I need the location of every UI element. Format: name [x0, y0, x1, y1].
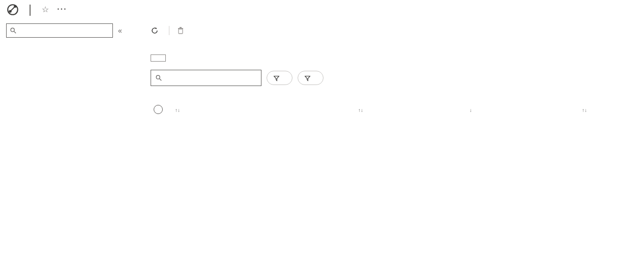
- main-content: ↑↓ ↑↓ ↓ ↑↓: [132, 19, 644, 280]
- command-bar: [151, 23, 638, 42]
- delete-icon: [177, 26, 185, 35]
- title-separator: |: [28, 2, 32, 16]
- collapse-icon[interactable]: «: [118, 26, 122, 35]
- col-device[interactable]: ↑↓: [174, 106, 357, 114]
- favorite-star-icon[interactable]: ☆: [40, 3, 51, 16]
- resource-icon: [6, 3, 20, 17]
- col-ip[interactable]: ↓: [467, 106, 581, 114]
- sort-icon: ↓: [468, 107, 472, 113]
- refresh-button[interactable]: [151, 26, 162, 35]
- delete-button: [177, 26, 188, 35]
- sidebar-search[interactable]: [6, 23, 113, 38]
- sort-icon: ↑↓: [175, 107, 180, 113]
- table-header: ↑↓ ↑↓ ↓ ↑↓: [151, 101, 638, 118]
- device-search-input[interactable]: [165, 74, 257, 82]
- sidebar-search-input[interactable]: [17, 26, 109, 35]
- filter-icon: [304, 75, 311, 81]
- sort-icon: ↑↓: [582, 107, 587, 113]
- separator: [169, 26, 169, 35]
- filter-subnet-pill[interactable]: [298, 71, 324, 85]
- devices-table: ↑↓ ↑↓ ↓ ↑↓: [151, 101, 638, 118]
- export-csv-button[interactable]: [151, 54, 166, 62]
- sidebar: «: [0, 19, 132, 280]
- filter-type-pill[interactable]: [267, 71, 292, 85]
- filter-icon: [273, 75, 280, 81]
- page-header: | ☆ ···: [0, 0, 644, 19]
- col-subnet[interactable]: ↑↓: [581, 106, 638, 114]
- search-icon: [155, 74, 162, 81]
- search-icon: [10, 27, 17, 34]
- refresh-icon: [151, 26, 159, 35]
- select-all-radio[interactable]: [154, 105, 163, 114]
- more-icon[interactable]: ···: [55, 3, 69, 16]
- settings-heading: [6, 42, 132, 58]
- sort-icon: ↑↓: [358, 107, 363, 113]
- col-type[interactable]: ↑↓: [357, 106, 467, 114]
- device-search[interactable]: [151, 70, 261, 86]
